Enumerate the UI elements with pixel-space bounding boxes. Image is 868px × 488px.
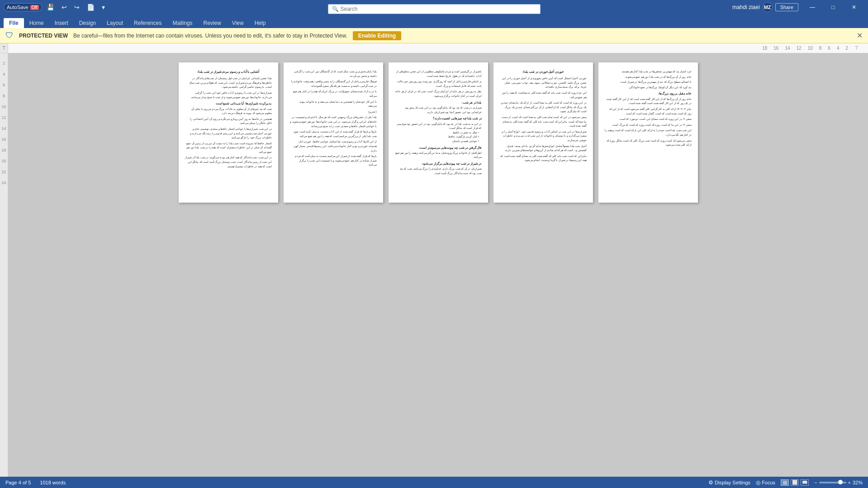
page-5-number: · — [648, 195, 649, 200]
v-ruler-8: 8 — [3, 90, 5, 101]
ruler-num-18: 18 — [762, 46, 767, 51]
ruler-num-14: 14 — [785, 46, 790, 51]
new-doc-icon[interactable]: 📄 — [85, 3, 96, 12]
v-ruler-12: 12 — [1, 112, 6, 123]
share-button[interactable]: Share — [775, 3, 798, 11]
page-3-content: باشیراز در گرمسیر است و مردم باشکوهی مطل… — [395, 70, 482, 176]
main-area: 2 4 6 8 10 12 14 16 18 20 22 24 آشنایی ب… — [0, 53, 868, 477]
protected-view-close[interactable]: ✕ — [857, 31, 863, 40]
page-4-number: · — [543, 195, 544, 200]
autosave-label: AutoSave — [7, 5, 28, 10]
undo-icon[interactable]: ↩ — [60, 3, 69, 12]
search-icon: 🔍 — [332, 6, 339, 12]
status-bar: Page 4 of 5 1018 words ⚙ Display Setting… — [0, 477, 868, 488]
close-button[interactable]: ✕ — [844, 0, 864, 14]
word-count: 1018 words — [40, 480, 66, 485]
document-canvas[interactable]: آشنایی با آداب و رسوم مردم شیراز در شب ی… — [8, 53, 868, 477]
v-ruler-6: 6 — [3, 80, 5, 90]
tab-help[interactable]: Help — [249, 18, 271, 28]
ruler-num-6: 6 — [828, 46, 830, 51]
maximize-button[interactable]: □ — [823, 0, 844, 14]
v-ruler-24: 24 — [1, 177, 6, 188]
search-box: 🔍 — [328, 4, 541, 14]
ruler-num-8: 8 — [819, 46, 822, 51]
tab-insert[interactable]: Insert — [49, 18, 74, 28]
v-ruler-16: 16 — [1, 134, 6, 145]
tab-design[interactable]: Design — [74, 18, 101, 28]
user-name: mahdi ziaei — [732, 4, 760, 10]
tab-view[interactable]: View — [227, 18, 249, 28]
page-5: خرد امتیاز بند که مهمترین شخص‌ها در شب ی… — [598, 62, 698, 203]
tab-file[interactable]: File — [4, 18, 24, 28]
titlebar: AutoSave Off 💾 ↩ ↪ 📄 ▾ 🔍 آشنایی با آداب … — [0, 0, 868, 14]
page-1-title: آشنایی با آداب و رسوم مردم شیراز در شب ی… — [185, 70, 272, 75]
zoom-slider[interactable] — [819, 482, 846, 483]
quick-access-toolbar: 💾 ↩ ↪ 📄 ▾ — [45, 3, 107, 12]
page-2-number: · — [333, 195, 334, 200]
page-3: باشیراز در گرمسیر است و مردم باشکوهی مطل… — [389, 62, 488, 203]
read-mode-icon[interactable]: 📖 — [801, 479, 809, 486]
v-ruler-14: 14 — [1, 123, 6, 134]
v-ruler-18: 18 — [1, 145, 6, 156]
page-1-number: · — [228, 195, 229, 200]
view-mode-icons: ▤ ⬜ 📖 — [781, 479, 809, 486]
user-avatar[interactable]: MZ — [763, 2, 773, 12]
zoom-in-button[interactable]: + — [848, 480, 851, 485]
page-5-content: خرد امتیاز بند که مهمترین شخص‌ها در شب ی… — [605, 70, 692, 147]
protected-view-label: PROTECTED VIEW — [19, 33, 68, 39]
page-3-number: · — [438, 195, 439, 200]
page-3-sub1: یلدا در هر شب: — [395, 100, 482, 105]
page-info: Page 4 of 5 — [5, 480, 31, 485]
zoom-thumb[interactable] — [838, 480, 843, 484]
save-icon[interactable]: 💾 — [45, 3, 56, 12]
zoom-out-button[interactable]: − — [814, 480, 817, 485]
page-3-sub2: در شب یلدا چه چیزهایی اهمیت دارند؟ — [395, 116, 482, 121]
page-2-content: یلدا پایان‌بخش‌ترین شب سال است که از گذش… — [290, 70, 377, 167]
left-ruler-marker: ⊤ — [0, 43, 8, 53]
left-vertical-ruler: 2 4 6 8 10 12 14 16 18 20 22 24 — [0, 53, 8, 477]
shield-icon: 🛡 — [5, 31, 14, 40]
page-3-sub4: در شیراز در شب چه پیوندهایی برگزار می‌شو… — [395, 161, 482, 166]
titlebar-left: AutoSave Off 💾 ↩ ↪ 📄 ▾ — [4, 3, 107, 12]
bullet-3: • خواندن قصه و داستان — [395, 139, 479, 144]
status-right: ⚙ Display Settings ◎ Focus ▤ ⬜ 📖 − + 32% — [708, 479, 863, 486]
enable-editing-button[interactable]: Enable Editing — [353, 31, 401, 40]
focus-icon: ◎ — [756, 479, 760, 486]
ruler-num-12: 12 — [797, 46, 802, 51]
tab-layout[interactable]: Layout — [101, 18, 128, 28]
tab-mailings[interactable]: Mailings — [167, 18, 198, 28]
protected-view-bar: 🛡 PROTECTED VIEW Be careful—files from t… — [0, 28, 868, 43]
web-layout-icon[interactable]: ⬜ — [791, 479, 799, 486]
print-layout-icon[interactable]: ▤ — [781, 479, 789, 486]
page-4-title: خوردن آجیل خوردن در شب یلدا: — [500, 70, 587, 75]
user-info: mahdi ziaei MZ Share — [732, 2, 798, 12]
ruler-left-icon: ⊤ — [2, 45, 6, 51]
zoom-area: − + 32% — [814, 480, 863, 485]
page-4: خوردن آجیل خوردن در شب یلدا: خوردن آجیل … — [493, 62, 593, 203]
window-controls: — □ ✕ — [802, 0, 864, 14]
minimize-button[interactable]: — — [802, 0, 823, 14]
search-bar-area: 🔍 — [328, 2, 541, 14]
display-settings-icon: ⚙ — [708, 479, 713, 486]
ruler-num-16: 16 — [773, 46, 778, 51]
v-ruler-20: 20 — [1, 156, 6, 166]
page-4-content: خوردن آجیل خوردن در شب یلدا: خوردن آجیل … — [500, 70, 587, 163]
ribbon-tabs: File Home Insert Design Layout Reference… — [0, 14, 868, 28]
page-1-sub1: بد پرکرده شیرازی‌ها: آیا می‌دانی شمع است — [185, 101, 272, 106]
tab-references[interactable]: References — [128, 18, 167, 28]
redo-icon[interactable]: ↪ — [72, 3, 81, 12]
ruler-num-2: 2 — [845, 46, 848, 51]
protected-view-message: Be careful—files from the Internet can c… — [73, 33, 347, 39]
search-input[interactable] — [341, 6, 536, 12]
customize-icon[interactable]: ▾ — [100, 3, 107, 12]
tab-home[interactable]: Home — [24, 18, 49, 28]
display-settings-button[interactable]: ⚙ Display Settings — [708, 479, 750, 486]
page-1: آشنایی با آداب و رسوم مردم شیراز در شب ی… — [179, 62, 278, 203]
tab-review[interactable]: Review — [198, 18, 226, 28]
v-ruler-4: 4 — [3, 69, 5, 80]
ruler-numbers: 18 16 14 12 10 8 6 4 2 ⊤ — [8, 43, 868, 53]
focus-button[interactable]: ◎ Focus — [756, 479, 775, 486]
ruler-end-marker: ⊤ — [854, 45, 859, 51]
autosave-toggle[interactable]: AutoSave Off — [4, 3, 42, 11]
page-1-content: آشنایی با آداب و رسوم مردم شیراز در شب ی… — [185, 70, 272, 169]
